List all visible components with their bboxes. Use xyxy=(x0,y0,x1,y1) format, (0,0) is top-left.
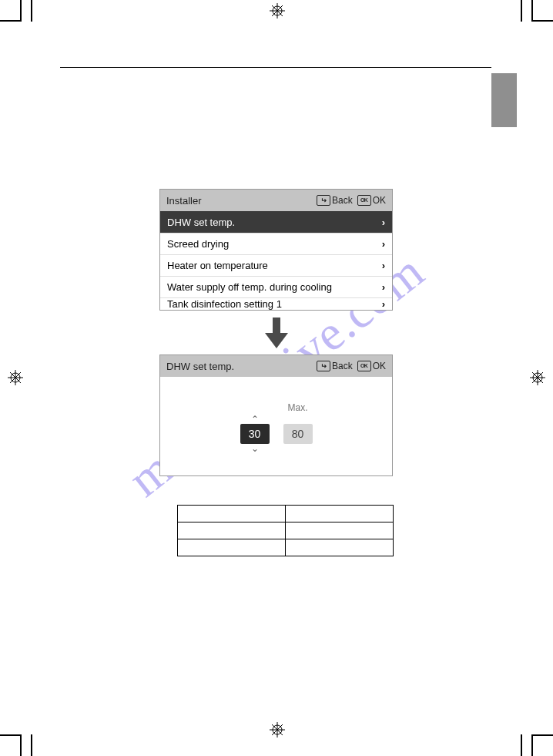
max-label: Max. xyxy=(287,402,307,415)
table-row xyxy=(178,539,394,556)
table-cell xyxy=(286,506,394,522)
arrow-down-icon xyxy=(265,318,288,348)
crop-mark xyxy=(0,734,22,736)
crop-mark xyxy=(20,734,22,756)
crop-mark xyxy=(20,0,22,22)
chevron-right-icon: › xyxy=(382,238,385,250)
menu-item-label: DHW set temp. xyxy=(167,217,382,228)
menu-item-label: Tank disinfection setting 1 xyxy=(167,298,382,310)
chevron-right-icon: › xyxy=(382,217,385,228)
table-cell xyxy=(286,539,394,556)
installer-menu-screen: Installer Back OK DHW set temp. › Screed… xyxy=(159,189,393,311)
dhw-set-temp-screen: DHW set temp. Back OK ⌃ 30 ⌄ Max. ⌃ 80 ⌄ xyxy=(159,354,393,476)
menu-item-screed-drying[interactable]: Screed drying › xyxy=(160,233,392,254)
header-rule xyxy=(60,67,491,68)
crop-mark xyxy=(531,0,533,22)
registration-mark xyxy=(8,370,23,385)
increment-button[interactable]: ⌃ xyxy=(251,415,259,424)
screen-title: Installer xyxy=(166,195,317,207)
crop-mark xyxy=(521,0,522,22)
titlebar: Installer Back OK xyxy=(160,190,392,211)
crop-mark xyxy=(0,20,22,22)
back-icon xyxy=(317,361,330,371)
menu-item-label: Heater on temperature xyxy=(167,260,382,271)
crop-mark xyxy=(531,734,553,736)
max-value: 80 xyxy=(283,424,313,444)
menu-item-label: Water supply off temp. during cooling xyxy=(167,281,382,293)
menu-item-label: Screed drying xyxy=(167,238,382,250)
back-label: Back xyxy=(332,361,353,371)
table-row xyxy=(178,506,394,522)
back-icon xyxy=(317,195,330,206)
ok-label: OK xyxy=(373,361,386,371)
crop-mark xyxy=(531,20,553,22)
registration-mark xyxy=(270,3,285,18)
ok-label: OK xyxy=(373,195,386,206)
menu-item-water-supply-off-temp[interactable]: Water supply off temp. during cooling › xyxy=(160,276,392,297)
crop-mark xyxy=(521,734,522,756)
menu-item-heater-on-temperature[interactable]: Heater on temperature › xyxy=(160,254,392,276)
registration-mark xyxy=(530,370,545,385)
value-editor: ⌃ 30 ⌄ Max. ⌃ 80 ⌄ xyxy=(160,377,392,475)
table-cell xyxy=(178,506,286,522)
menu-item-dhw-set-temp[interactable]: DHW set temp. › xyxy=(160,211,392,233)
back-label: Back xyxy=(332,195,353,206)
titlebar: DHW set temp. Back OK xyxy=(160,355,392,377)
chevron-right-icon: › xyxy=(382,298,385,310)
crop-mark xyxy=(531,734,533,756)
table-cell xyxy=(178,522,286,539)
registration-mark xyxy=(270,722,285,738)
table-cell xyxy=(178,539,286,556)
decrement-button[interactable]: ⌄ xyxy=(251,444,259,453)
page-tab-marker xyxy=(491,73,517,127)
ok-icon xyxy=(357,195,371,206)
spec-table xyxy=(177,505,394,556)
crop-mark xyxy=(31,0,32,22)
table-row xyxy=(178,522,394,539)
svg-marker-20 xyxy=(265,318,288,348)
chevron-right-icon: › xyxy=(382,281,385,293)
crop-mark xyxy=(31,734,32,756)
ok-icon xyxy=(357,361,371,371)
menu-item-tank-disinfection[interactable]: Tank disinfection setting 1 › xyxy=(160,297,392,310)
chevron-right-icon: › xyxy=(382,260,385,271)
table-cell xyxy=(286,522,394,539)
current-value[interactable]: 30 xyxy=(240,424,270,444)
screen-title: DHW set temp. xyxy=(166,361,317,372)
